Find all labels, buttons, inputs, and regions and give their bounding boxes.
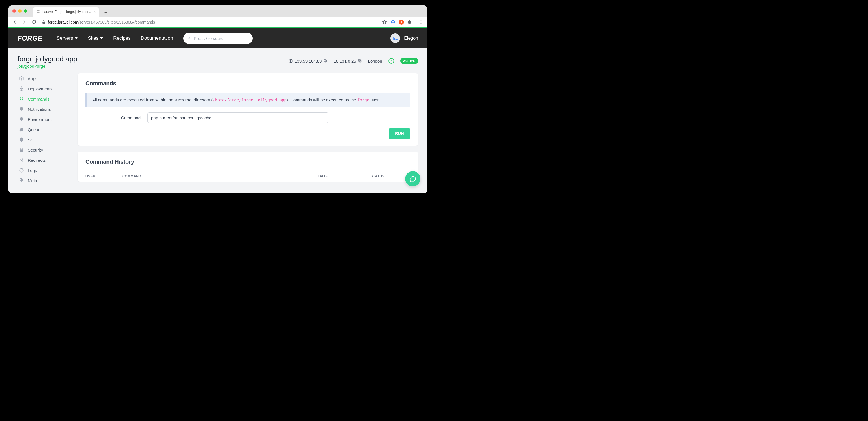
- sidebar-item-deployments[interactable]: Deployments: [18, 84, 71, 94]
- sidebar-item-meta[interactable]: Meta: [18, 175, 71, 186]
- browser-window: Laravel Forge | forge.jollygood... × + f…: [8, 5, 427, 193]
- run-button[interactable]: RUN: [389, 128, 410, 139]
- reload-button[interactable]: [31, 19, 37, 26]
- tab-favicon-icon: [36, 10, 40, 14]
- nav-label: Sites: [88, 35, 98, 41]
- region: London: [368, 59, 382, 63]
- sidebar-item-queue[interactable]: Queue: [18, 124, 71, 135]
- svg-rect-8: [324, 59, 326, 61]
- sidebar-label: Apps: [28, 76, 37, 81]
- svg-point-1: [393, 21, 394, 23]
- status-badge: ACTIVE: [400, 58, 418, 64]
- new-tab-button[interactable]: +: [102, 9, 110, 17]
- nav-sites[interactable]: Sites: [88, 35, 103, 41]
- history-table-header: USER COMMAND DATE STATUS: [86, 171, 410, 178]
- header-user-menu[interactable]: EL Elegon: [391, 33, 418, 43]
- col-command: COMMAND: [122, 174, 318, 178]
- refresh-button[interactable]: [389, 58, 394, 64]
- sidebar-label: Deployments: [28, 86, 53, 91]
- site-title: forge.jollygood.app: [18, 55, 77, 63]
- info-box: All commands are executed from within th…: [86, 93, 410, 107]
- ip-text: 139.59.164.83: [294, 59, 322, 63]
- chevron-down-icon: [100, 37, 103, 39]
- col-status: STATUS: [371, 174, 410, 178]
- nav-label: Documentation: [141, 35, 173, 41]
- sidebar-label: SSL: [28, 137, 36, 142]
- svg-point-11: [21, 87, 22, 88]
- sidebar-item-logs[interactable]: Logs: [18, 165, 71, 175]
- tree-icon: [19, 116, 24, 122]
- address-bar[interactable]: forge.laravel.com/servers/457363/sites/1…: [40, 20, 379, 24]
- main-nav: Servers Sites Recipes Documentation: [57, 35, 173, 41]
- extension-icon[interactable]: [391, 20, 396, 25]
- nav-servers[interactable]: Servers: [57, 35, 78, 41]
- body-columns: Apps Deployments Commands Notifications: [18, 74, 418, 186]
- sidebar-item-notifications[interactable]: Notifications: [18, 104, 71, 114]
- card-title: Commands: [86, 80, 410, 87]
- tab-close-icon[interactable]: ×: [93, 10, 96, 14]
- lock-icon: [19, 147, 24, 153]
- window-titlebar: Laravel Forge | forge.jollygood... × +: [8, 5, 427, 17]
- copy-icon[interactable]: [358, 59, 362, 63]
- user-name: Elegon: [404, 36, 418, 41]
- copy-icon[interactable]: [323, 59, 327, 63]
- back-button[interactable]: [11, 19, 18, 26]
- browser-menu-icon[interactable]: [419, 20, 423, 24]
- info-text: All commands are executed from within th…: [92, 97, 213, 102]
- commands-card: Commands All commands are executed from …: [78, 74, 418, 146]
- card-actions: RUN: [86, 128, 410, 139]
- forward-button[interactable]: [21, 19, 28, 26]
- command-input[interactable]: [147, 112, 329, 123]
- col-date: DATE: [318, 174, 371, 178]
- help-chat-button[interactable]: [405, 171, 421, 187]
- window-maximize-button[interactable]: [24, 9, 27, 13]
- globe-icon: [288, 59, 293, 63]
- command-row: Command: [86, 112, 410, 123]
- command-label: Command: [86, 115, 141, 120]
- app-viewport: FORGE Servers Sites Recipes Documentatio…: [8, 27, 427, 193]
- page-titles: forge.jollygood.app jollygood-forge: [18, 55, 77, 69]
- bookmark-star-icon[interactable]: [382, 20, 387, 25]
- app-header: FORGE Servers Sites Recipes Documentatio…: [8, 28, 427, 48]
- page-body: forge.jollygood.app jollygood-forge 139.…: [8, 48, 427, 193]
- sidebar-item-security[interactable]: Security: [18, 145, 71, 155]
- server-link[interactable]: jollygood-forge: [18, 64, 45, 68]
- svg-point-3: [421, 22, 422, 22]
- svg-rect-7: [325, 60, 327, 62]
- history-card: Command History USER COMMAND DATE STATUS: [78, 152, 418, 181]
- sidebar-item-ssl[interactable]: SSL: [18, 135, 71, 145]
- toolbar-extensions: +: [382, 20, 424, 25]
- site-sidebar: Apps Deployments Commands Notifications: [18, 74, 71, 186]
- sidebar-label: Environment: [28, 117, 52, 122]
- search-icon: [188, 36, 190, 41]
- lock-icon: [42, 20, 45, 24]
- sidebar-item-environment[interactable]: Environment: [18, 114, 71, 124]
- sidebar-item-apps[interactable]: Apps: [18, 74, 71, 84]
- window-close-button[interactable]: [12, 9, 16, 13]
- sidebar-item-commands[interactable]: Commands: [18, 94, 71, 104]
- svg-point-5: [189, 37, 190, 38]
- private-ip: 10.131.0.26: [334, 59, 362, 63]
- url-text: forge.laravel.com/servers/457363/sites/1…: [48, 20, 155, 24]
- sidebar-item-redirects[interactable]: Redirects: [18, 155, 71, 165]
- anchor-icon: [19, 86, 24, 91]
- svg-point-4: [421, 23, 422, 24]
- sidebar-label: Redirects: [28, 158, 45, 163]
- card-title: Command History: [86, 159, 410, 165]
- search-input[interactable]: [194, 36, 248, 41]
- browser-tab-active[interactable]: Laravel Forge | forge.jollygood... ×: [33, 7, 99, 17]
- nav-recipes[interactable]: Recipes: [113, 35, 130, 41]
- forge-logo[interactable]: FORGE: [18, 34, 42, 42]
- info-code-user: forge: [357, 98, 369, 102]
- tag-icon: [19, 178, 24, 183]
- arrow-right-icon: [390, 59, 393, 62]
- public-ip: 139.59.164.83: [288, 59, 327, 63]
- nav-label: Servers: [57, 35, 73, 41]
- window-minimize-button[interactable]: [18, 9, 22, 13]
- extensions-menu-icon[interactable]: [407, 20, 412, 24]
- shield-icon: [19, 137, 24, 142]
- bell-icon: [19, 106, 24, 112]
- global-search[interactable]: [183, 33, 253, 44]
- extension-icon[interactable]: +: [399, 20, 404, 25]
- nav-documentation[interactable]: Documentation: [141, 35, 173, 41]
